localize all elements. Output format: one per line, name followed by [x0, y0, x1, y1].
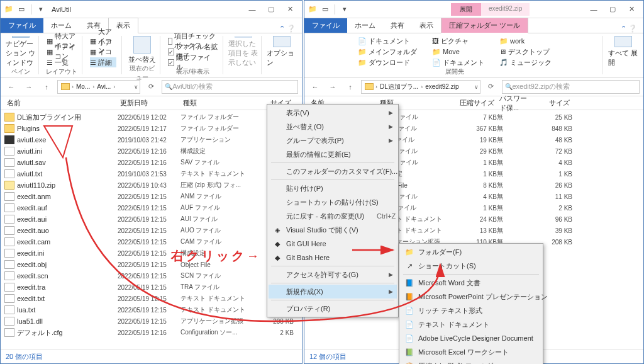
layout-list[interactable]: ☰ 一覧	[47, 57, 77, 67]
menu-item[interactable]: プロパティ(R)	[269, 302, 397, 316]
menu-item[interactable]: 貼り付け(P)	[269, 181, 397, 195]
maximize-button[interactable]: ▢	[262, 1, 280, 18]
menu-item[interactable]: 📄Adobe LiveCycle Designer Document	[401, 331, 541, 345]
dest-move[interactable]: 📁 Move	[432, 47, 484, 57]
minimize-button[interactable]: —	[243, 1, 262, 18]
menu-item[interactable]: 表示(V)▶	[269, 106, 397, 120]
file-row[interactable]: exedit.auf2022/05/19 12:15AUF ファイル	[4, 202, 298, 213]
minimize-button[interactable]: —	[584, 1, 603, 18]
menu-item[interactable]: 📘Microsoft Word 文書	[401, 276, 541, 290]
menu-item[interactable]: グループで表示(P)▶	[269, 134, 397, 147]
file-row[interactable]: aviutl.sav2022/05/19 12:16SAV ファイル	[4, 157, 298, 168]
file-row[interactable]: exedit.tra2022/05/19 12:15TRA ファイル	[4, 282, 298, 293]
layout-s[interactable]: ▦ 小アイコン	[90, 47, 116, 57]
file-row[interactable]: exedit.aui2022/05/19 12:15AUI ファイル	[4, 213, 298, 225]
dropdown-icon[interactable]: ▾	[35, 4, 47, 15]
up-button[interactable]: ↑	[343, 80, 357, 94]
menu-item[interactable]: ◈Visual Studio で開く(V)	[269, 223, 397, 237]
refresh-icon[interactable]: ⟳	[484, 80, 498, 94]
dest-download[interactable]: 📁 ダウンロード	[358, 57, 417, 67]
context-submenu-new[interactable]: 📁フォルダー(F)↗ショートカット(S)📘Microsoft Word 文書📙M…	[399, 243, 543, 364]
tab-share[interactable]: 共有	[383, 18, 412, 33]
dest-music[interactable]: 🎵 ミュージック	[499, 57, 552, 67]
options-button[interactable]: オプション	[267, 36, 297, 67]
menu-item[interactable]: 元に戻す - 名前の変更(U)Ctrl+Z	[269, 209, 397, 223]
menu-item[interactable]: 並べ替え(O)▶	[269, 120, 397, 134]
search-input[interactable]: 🔍 exedit92.zipの検索	[502, 80, 640, 94]
sort-button[interactable]: 並べ替え	[127, 36, 157, 64]
file-row[interactable]: exedit.txt2022/05/19 12:15テキスト ドキュメント	[4, 293, 298, 304]
file-row[interactable]: DL追加プラグイン用2022/05/19 12:02ファイル フォルダー	[4, 111, 298, 123]
refresh-icon[interactable]: ⟳	[144, 80, 158, 94]
extract-all-button[interactable]: すべて 展開	[608, 36, 638, 67]
menu-item[interactable]: 最新の情報に更新(E)	[269, 147, 397, 161]
layout-det[interactable]: ☰ 詳細	[90, 57, 116, 67]
close-button[interactable]: ✕	[622, 1, 641, 18]
dest-documents2[interactable]: 📄 ドキュメント	[432, 57, 484, 67]
column-headers[interactable]: 名前 更新日時 種類 サイズ	[1, 96, 302, 110]
titlebar[interactable]: 📁 ▭ ▾ 展開 exedit92.zip — ▢ ✕	[304, 1, 643, 18]
menu-item[interactable]: アクセスを許可する(G)▶	[269, 268, 397, 282]
file-row[interactable]: lua51.dll2022/05/19 12:15アプリケーション拡張208 K…	[4, 316, 298, 327]
menu-item[interactable]: ショートカットの貼り付け(S)	[269, 195, 397, 209]
context-menu[interactable]: 表示(V)▶並べ替え(O)▶グループで表示(P)▶最新の情報に更新(E)このフォ…	[267, 104, 399, 317]
nav-pane-button[interactable]: ナビゲーション ウィンドウ	[6, 36, 36, 67]
file-icon	[4, 328, 14, 337]
dest-desktop[interactable]: 🖥 デスクトップ	[499, 47, 552, 57]
menu-item[interactable]: 📄リッチ テキスト形式	[401, 304, 541, 317]
file-row[interactable]: exedit.cam2022/05/19 12:15CAM ファイル	[4, 236, 298, 247]
dest-work[interactable]: 📁 work	[499, 36, 552, 46]
tab-home[interactable]: ホーム	[347, 18, 383, 33]
menu-item[interactable]: 📙Microsoft PowerPoint プレゼンテーション	[401, 290, 541, 304]
props-icon[interactable]: ▭	[16, 4, 27, 15]
menu-item[interactable]: 📄テキスト ドキュメント	[401, 317, 541, 331]
menu-item[interactable]: 新規作成(X)▶	[269, 285, 397, 299]
forward-button[interactable]: →	[326, 80, 340, 94]
tab-home[interactable]: ホーム	[43, 18, 79, 33]
menu-item[interactable]: 📦圧縮 (zip 形式) フォルダー	[401, 359, 541, 364]
help-icon[interactable]: ⌃ ❔	[614, 25, 643, 33]
breadcrumb[interactable]: › DL追加プラ...› exedit92.zip ∨	[361, 80, 480, 94]
maximize-button[interactable]: ▢	[603, 1, 622, 18]
close-button[interactable]: ✕	[280, 1, 299, 18]
file-row[interactable]: exedit.anm2022/05/19 12:15ANM ファイル	[4, 191, 298, 202]
dest-mainfolder[interactable]: 📁 メインフォルダ	[358, 47, 417, 57]
menu-item[interactable]: ◆Git GUI Here	[269, 237, 397, 251]
file-row[interactable]: デフォルト.cfg2022/05/19 12:16Configuration ソ…	[4, 327, 298, 338]
menu-item[interactable]: 📗Microsoft Excel ワークシート	[401, 345, 541, 359]
file-row[interactable]: aviutl110.zip2022/05/19 10:43圧縮 (zip 形式)…	[4, 179, 298, 191]
file-row[interactable]: aviutl.exe2019/10/03 21:42アプリケーション	[4, 134, 298, 145]
tab-file[interactable]: ファイル	[1, 18, 43, 33]
file-row[interactable]: exedit.auo2022/05/19 12:15AUO ファイル	[4, 225, 298, 236]
file-row[interactable]: aviutl.ini2022/05/19 12:16構成設定	[4, 145, 298, 157]
props-icon[interactable]: ▭	[319, 4, 331, 15]
file-row[interactable]: exedit.scn2022/05/19 12:15SCN ファイル	[4, 270, 298, 282]
up-button[interactable]: ↑	[40, 80, 53, 94]
help-icon[interactable]: ⌃ ❔	[273, 25, 302, 33]
search-input[interactable]: 🔍 AviUtilの検索	[162, 80, 298, 94]
menu-item[interactable]: ↗ショートカット(S)	[401, 259, 541, 273]
file-row[interactable]: Plugins2022/05/19 12:17ファイル フォルダー	[4, 123, 298, 134]
menu-item[interactable]: このフォルダーのカスタマイズ(F)...	[269, 164, 397, 178]
file-list[interactable]: DL追加プラグイン用2022/05/19 12:02ファイル フォルダーPlug…	[1, 110, 302, 350]
menu-item[interactable]: 📁フォルダー(F)	[401, 245, 541, 259]
dropdown-icon[interactable]: ▾	[339, 4, 350, 15]
back-button[interactable]: ←	[4, 80, 18, 94]
menu-item[interactable]: ◆Git Bash Here	[269, 251, 397, 264]
tab-compress-tools[interactable]: 圧縮フォルダー ツール	[441, 18, 528, 33]
back-button[interactable]: ←	[308, 80, 322, 94]
file-row[interactable]: aviutl.txt2019/10/03 21:53テキスト ドキュメント	[4, 168, 298, 179]
breadcrumb[interactable]: › Mo...› Avi...› ∨	[57, 80, 140, 94]
dest-documents[interactable]: 📄 ドキュメント	[358, 36, 417, 46]
forward-button[interactable]: →	[22, 80, 36, 94]
layout-m[interactable]: ▦ 中アイコン	[47, 47, 77, 57]
tab-file[interactable]: ファイル	[304, 18, 347, 33]
file-row[interactable]: exedit.ini2022/05/19 12:15構成設定	[4, 247, 298, 259]
tab-view[interactable]: 表示	[412, 18, 441, 33]
titlebar[interactable]: 📁 ▭ ▾ AviUtil — ▢ ✕	[1, 1, 302, 18]
file-row[interactable]: exedit.obj2022/05/19 12:15Object File	[4, 259, 298, 270]
dest-pictures[interactable]: 🖼 ピクチャ	[432, 36, 484, 46]
chk-hidden[interactable]: 隠しファイル	[168, 57, 218, 67]
file-row[interactable]: lua.txt2022/05/19 12:15テキスト ドキュメント39 KB	[4, 304, 298, 316]
hide-selected[interactable]: 選択した項目を 表示しない	[228, 36, 258, 67]
